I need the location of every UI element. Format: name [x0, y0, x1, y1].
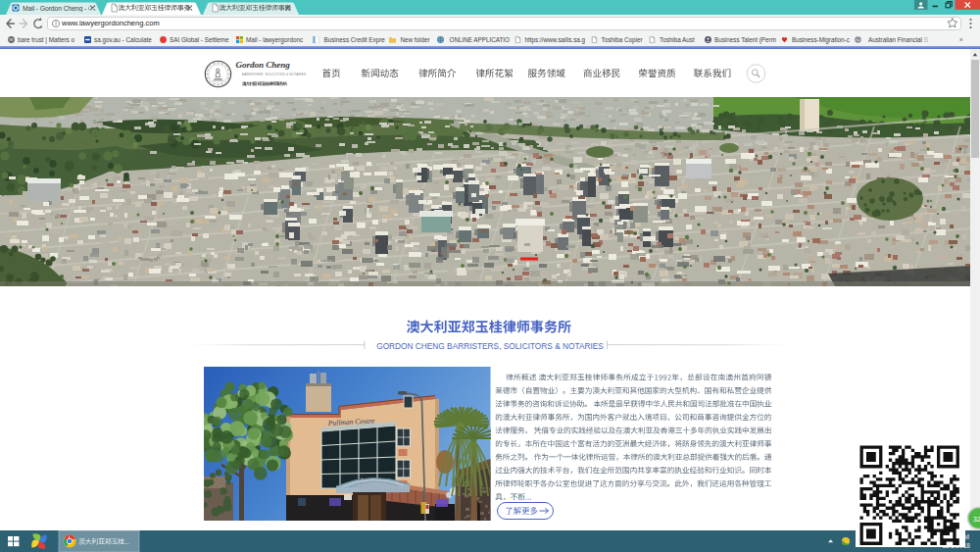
svg-text:32: 32	[973, 516, 980, 523]
